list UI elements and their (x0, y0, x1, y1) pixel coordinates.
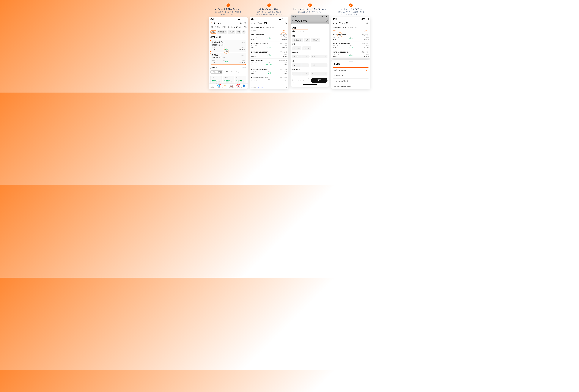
sort-option[interactable]: プレミアムの高い順 (333, 78, 368, 84)
pill-us[interactable]: 米国株 (211, 30, 216, 34)
option-row[interactable]: SIRI 240726 3.00P満期まで17日プレミアム45ROI+17.65… (250, 59, 289, 67)
subtab-call[interactable]: 有担保コール (266, 26, 276, 29)
book-icon: 📖 (228, 84, 235, 87)
step-title: リストをソートしてください。 (339, 8, 363, 10)
pill-cme[interactable]: CME先物 (228, 30, 235, 34)
option-row[interactable]: SIRI 240712 3.00P満期まで3日プレミアム14.5ROI+5.08… (250, 33, 289, 41)
conditions-link[interactable]: 条件↑↓ (364, 30, 368, 32)
home-indicator (221, 88, 235, 88)
mail-icon[interactable] (244, 22, 246, 24)
pop-pill-oi[interactable]: オプション建玉 (224, 71, 234, 74)
nav-mypage[interactable]: 👤マイページ (241, 84, 247, 88)
card-cash-secured-put[interactable]: 現金担保付プット 詳細 > SIRI 240712 3.00P プレミアム14.… (210, 40, 246, 52)
earn-from-input[interactable]: 0日 (292, 72, 309, 76)
subtab-call[interactable]: 有担保コール (348, 26, 358, 29)
pill-us-index[interactable]: 米国株価指数 (217, 30, 227, 34)
filter-section-product: 商品 (290, 42, 329, 46)
filter-tab-stock[interactable]: 株式 (292, 30, 296, 33)
chip-etf-only[interactable]: ETFのみ (302, 46, 311, 50)
pop-pill-iv[interactable]: 総合IV (235, 71, 241, 74)
cap-from-input[interactable]: 100.00億 (292, 55, 309, 58)
back-button[interactable]: ‹ (251, 22, 253, 25)
done-button[interactable]: 完了 (311, 78, 328, 83)
earn-to-input[interactable]: 0日 (311, 72, 327, 76)
filter-section-earnings: 決算発表ま (290, 68, 329, 71)
market-pills: 米国株 米国株価指数 CME先物 香港株 香 (209, 30, 248, 35)
option-row[interactable]: SIRI 240712 3.00P満期まで3日プレミアム14.5ROI+5.08… (331, 33, 370, 41)
card-covered-call[interactable]: 有担保コール 詳細 > SIRI 240712 3.50C プレミアム14.5 … (210, 53, 246, 65)
days-to-expiry: 満期まで3日 (362, 51, 368, 53)
reset-button[interactable]: リセット (292, 78, 309, 83)
tab-hk[interactable]: 香港株 (215, 26, 220, 29)
filter-tab-option[interactable]: オプション (298, 30, 306, 33)
price-from-input[interactable]: 1.00 (292, 63, 309, 67)
sort-option[interactable]: OTMとなる確率の高い順 (333, 84, 368, 89)
days-to-expiry: 満期まで3日 (280, 77, 287, 79)
option-row[interactable]: MSTR 240712 1280.00P満期まで3日プレミアム4180ROI+3… (250, 67, 289, 76)
prob-value: 50.56% (275, 56, 287, 57)
nav-moo[interactable]: 🌐•Moo (216, 84, 222, 88)
chip-favorites[interactable]: お気に入り (292, 38, 303, 42)
option-row[interactable]: MSTR 240712 1275.00P満期まで3日プレミアムROI確率 (250, 76, 289, 83)
tab-overview[interactable]: 概要 (211, 26, 214, 29)
pill-more[interactable]: 香 (242, 30, 245, 34)
price-to-input[interactable]: 0.00 (311, 63, 327, 67)
filter-sheet: 条件 株式 オプション 範囲 お気に入り 特選 保有銘柄 商品 株式のみ ETF… (290, 23, 329, 87)
roi-value: +5.08% (263, 38, 275, 40)
option-row[interactable]: MSTR 240712 1290.00P満期まで3日プレミアム4665ROI+3… (331, 41, 370, 50)
pill-hk[interactable]: 香港株 (236, 30, 241, 34)
sort-sheet: 並べ替え 年率ROIの高い順✓ ROIの高い順 プレミアムの高い順 OTMとなる… (331, 60, 370, 89)
section-option-sell[interactable]: オプション売り > (209, 35, 248, 39)
search-icon[interactable] (240, 22, 242, 24)
sort-option[interactable]: ROIの高い順 (333, 73, 368, 78)
step-subtitle: 株式オプションの条件は「時価総 額」など10種類の項目を設定できま (255, 11, 283, 16)
pop-pill-volume[interactable]: オプション出来高 (211, 71, 223, 74)
signal-icon (238, 18, 240, 20)
option-row[interactable]: MSTR 240712 1285.00P満期まで3日プレミアム4452.5ROI… (331, 50, 370, 59)
app-logo-icon (211, 22, 213, 24)
sort-option[interactable]: 年率ROIの高い順✓ (333, 68, 368, 73)
tab-futures[interactable]: 先物 (244, 26, 247, 29)
subtab-put[interactable]: 現金担保付プット (251, 26, 264, 29)
info-icon[interactable] (285, 22, 287, 24)
nav-favorites[interactable]: ♡お気に入り (209, 84, 216, 88)
card-title: 有担保コール (212, 54, 221, 56)
roi-value: +17.65% (263, 64, 275, 65)
tab-option[interactable]: オプション (234, 26, 242, 29)
sort-dropdown[interactable]: 年率ROI ▾ (251, 30, 257, 32)
option-name: MSTR 240712 1280.00P (251, 68, 268, 70)
tab-jp[interactable]: 日本株 (228, 26, 232, 29)
cap-to-input[interactable]: 0.00億 (311, 55, 327, 58)
heart-icon: ♡ (209, 84, 216, 87)
prob-value: 50.56% (357, 56, 368, 57)
badge-dot: • (219, 84, 221, 85)
sort-row: 年率ROI ▴ 条件↑↓ (331, 29, 370, 33)
drag-handle[interactable] (308, 25, 312, 25)
close-icon[interactable]: ✕ (286, 87, 287, 88)
info-icon[interactable] (366, 22, 368, 24)
chip-holdings[interactable]: 保有銘柄 (311, 38, 320, 42)
sort-dropdown[interactable]: 年率ROI ▴ (333, 30, 339, 32)
target-icon: 🎯99+ (234, 84, 241, 87)
subtab-put[interactable]: 現金担保付プット (333, 26, 346, 29)
section-popular[interactable]: 人気銘柄 詳細 > (209, 66, 248, 70)
chip-stock-only[interactable]: 株式のみ (292, 46, 301, 50)
step-subtitle: 9種類のフィルターがあります。 (297, 11, 322, 13)
nav-navi[interactable]: 🎯99+投資ナビ (234, 84, 241, 88)
back-button[interactable]: ‹ (292, 19, 294, 22)
chip-featured[interactable]: 特選 (304, 38, 310, 42)
conditions-link[interactable]: 条件↑↓ (283, 30, 287, 32)
back-button[interactable]: ‹ (333, 22, 335, 25)
option-name: MSTR 240712 1290.00P (251, 43, 268, 44)
option-row[interactable]: MSTR 240712 1290.00P満期まで3日プレミアム4665ROI+3… (250, 41, 289, 50)
home-indicator (262, 88, 276, 88)
card-detail-link[interactable]: 詳細 > (241, 54, 245, 56)
status-time: 17:30 (211, 18, 215, 20)
tab-us[interactable]: 米国株 (222, 26, 226, 29)
info-icon[interactable] (325, 20, 328, 22)
option-row[interactable]: MSTR 240712 1285.00P満期まで3日プレミアム4452.5ROI… (250, 50, 289, 59)
drag-handle[interactable] (349, 61, 353, 62)
card-detail-link[interactable]: 詳細 > (241, 42, 245, 43)
card-title: 現金担保付プット (212, 41, 225, 43)
status-bar: 17:30 5G88 (331, 17, 370, 21)
